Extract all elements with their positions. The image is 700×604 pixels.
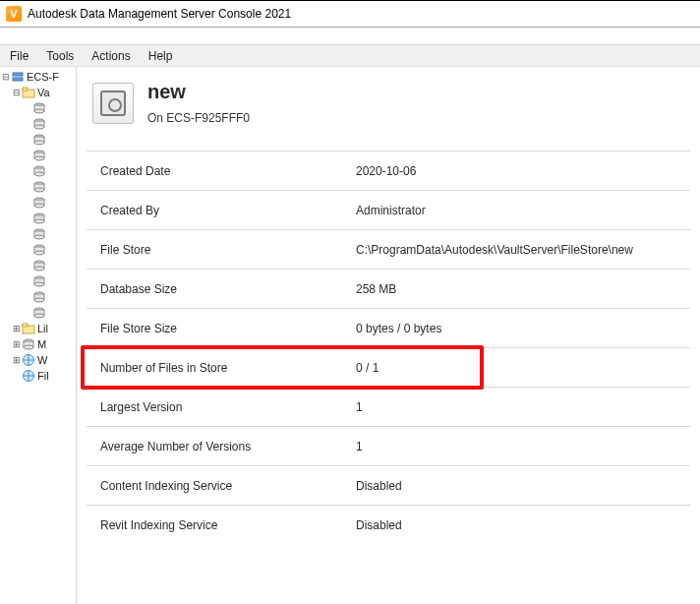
database-icon — [32, 290, 46, 304]
tree-node-db[interactable] — [0, 132, 76, 148]
properties-list: Created Date2020-10-06Created ByAdminist… — [87, 151, 690, 544]
vault-icon — [92, 83, 134, 124]
main-panel: new On ECS-F925FFF0 Created Date2020-10-… — [77, 67, 700, 604]
expander-icon[interactable]: ⊞ — [11, 355, 22, 365]
property-label: Number of Files in Store — [100, 361, 356, 375]
svg-point-9 — [34, 125, 44, 129]
property-label: Created Date — [100, 164, 356, 178]
tree-node-db[interactable] — [0, 116, 76, 132]
expander-icon[interactable]: ⊟ — [0, 72, 11, 82]
property-value: 1 — [356, 400, 684, 414]
property-label: Average Number of Versions — [100, 440, 356, 453]
tree-node-db[interactable] — [0, 242, 76, 258]
svg-point-50 — [24, 345, 33, 349]
expander-icon[interactable]: ⊞ — [11, 339, 22, 349]
tree-node-db[interactable] — [0, 258, 76, 273]
database-icon — [32, 164, 46, 178]
svg-point-21 — [34, 188, 44, 192]
property-value: 258 MB — [356, 282, 684, 296]
menu-tools[interactable]: Tools — [38, 47, 82, 65]
menu-file[interactable]: File — [2, 47, 36, 65]
database-icon — [32, 133, 46, 147]
tree-node-db[interactable] — [0, 195, 76, 211]
database-icon — [32, 117, 46, 131]
svg-point-12 — [34, 141, 44, 145]
expander-icon[interactable]: ⊞ — [11, 324, 22, 333]
database-icon — [32, 274, 46, 288]
tree-node-db[interactable] — [0, 211, 76, 226]
globe-icon — [22, 369, 35, 383]
tree-node-db[interactable] — [0, 289, 76, 305]
property-row: Largest Version1 — [87, 387, 690, 426]
folder-icon — [22, 322, 35, 335]
database-icon — [32, 149, 46, 162]
tree-node-db[interactable] — [0, 179, 76, 195]
tree-node-w[interactable]: ⊞ W — [0, 352, 76, 368]
property-row: File Store Size0 bytes / 0 bytes — [87, 308, 690, 347]
tree-node-m[interactable]: ⊞ M — [0, 336, 76, 352]
property-row: Content Indexing ServiceDisabled — [87, 465, 690, 505]
svg-point-33 — [34, 251, 44, 255]
property-value: 2020-10-06 — [356, 164, 684, 178]
svg-point-18 — [34, 172, 44, 176]
tree-label: Va — [37, 87, 50, 98]
property-label: File Store Size — [100, 322, 356, 335]
menu-help[interactable]: Help — [141, 47, 181, 65]
menu-actions[interactable]: Actions — [84, 47, 138, 65]
tree-node-db[interactable] — [0, 273, 76, 289]
database-icon — [32, 211, 46, 225]
property-row: Database Size258 MB — [87, 269, 690, 308]
property-row: Revit Indexing ServiceDisabled — [87, 505, 690, 544]
tree-node-server[interactable]: ⊟ ECS-F — [0, 69, 76, 85]
folder-icon — [22, 86, 35, 99]
svg-point-24 — [34, 204, 44, 208]
content-area: ⊟ ECS-F ⊟ Va ⊞ Lil — [0, 67, 700, 604]
svg-point-27 — [34, 219, 44, 223]
vault-subtitle: On ECS-F925FFF0 — [147, 111, 250, 125]
database-icon — [32, 196, 46, 210]
property-value: 0 / 1 — [356, 361, 684, 375]
svg-point-6 — [34, 109, 44, 113]
svg-point-30 — [34, 235, 44, 239]
property-row: File StoreC:\ProgramData\Autodesk\VaultS… — [87, 229, 690, 269]
tree-label: Fil — [37, 370, 49, 382]
app-icon: V — [6, 6, 22, 22]
property-value: C:\ProgramData\Autodesk\VaultServer\File… — [356, 243, 684, 257]
svg-point-39 — [34, 282, 44, 286]
property-value: Disabled — [356, 518, 684, 532]
tree-label: ECS-F — [27, 71, 59, 83]
property-row: Created ByAdministrator — [87, 190, 690, 229]
titlebar: V Autodesk Data Management Server Consol… — [0, 0, 700, 28]
server-icon — [11, 70, 25, 84]
tree-node-fil[interactable]: Fil — [0, 368, 76, 384]
database-icon — [32, 243, 46, 257]
database-icon — [32, 306, 46, 320]
property-label: Largest Version — [100, 400, 356, 414]
property-row: Number of Files in Store0 / 1 — [87, 347, 690, 387]
property-row: Created Date2020-10-06 — [87, 151, 690, 190]
property-label: File Store — [100, 243, 356, 257]
svg-point-42 — [34, 298, 44, 302]
database-icon — [32, 180, 46, 194]
tree-panel: ⊟ ECS-F ⊟ Va ⊞ Lil — [0, 67, 77, 604]
tree-node-db[interactable] — [0, 305, 76, 321]
tree-node-db[interactable] — [0, 226, 76, 242]
property-value: Disabled — [356, 479, 684, 493]
tree-node-libraries[interactable]: ⊞ Lil — [0, 321, 76, 336]
database-icon — [32, 259, 46, 272]
property-value: 1 — [356, 440, 684, 453]
tree-node-vaults[interactable]: ⊟ Va — [0, 85, 76, 100]
svg-point-15 — [34, 156, 44, 160]
globe-icon — [22, 353, 35, 367]
tree-node-db[interactable] — [0, 148, 76, 163]
property-value: Administrator — [356, 204, 684, 217]
tree-label: W — [37, 354, 47, 366]
tree-node-db[interactable] — [0, 100, 76, 116]
expander-icon[interactable]: ⊟ — [11, 88, 22, 97]
database-icon — [32, 101, 46, 115]
menubar: File Tools Actions Help — [0, 45, 700, 67]
tree-node-db[interactable] — [0, 163, 76, 179]
property-label: Database Size — [100, 282, 356, 296]
database-icon — [32, 227, 46, 241]
property-label: Revit Indexing Service — [100, 518, 356, 532]
